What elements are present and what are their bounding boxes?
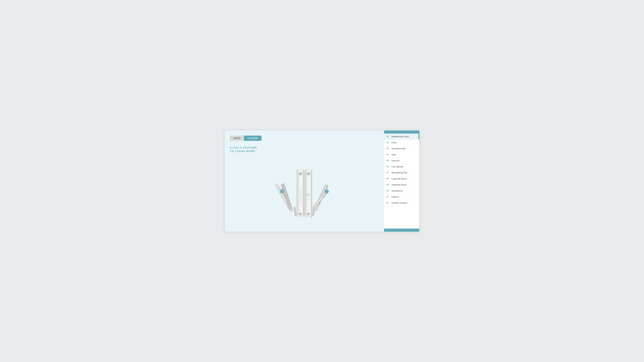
svg-point-23 xyxy=(300,173,301,175)
right-panel: 01Needlenose Pliers02Knife03Serrated Kni… xyxy=(384,131,419,232)
feature-item-12[interactable]: 12Another Feature xyxy=(384,200,419,206)
svg-text:LEATHERMAN® WAVE®: LEATHERMAN® WAVE® xyxy=(300,187,301,203)
app-container: OPEN CLOSED CLICK A FEATURE TO LEARN MOR… xyxy=(225,131,419,232)
feature-num-03: 03 xyxy=(386,147,391,150)
feature-num-08: 08 xyxy=(386,177,391,180)
feature-num-02: 02 xyxy=(386,141,391,144)
feature-item-01[interactable]: 01Needlenose Pliers xyxy=(384,134,419,140)
svg-point-35 xyxy=(308,194,310,196)
svg-point-25 xyxy=(300,213,301,215)
hotspot-left[interactable] xyxy=(280,189,284,193)
active-indicator-01 xyxy=(418,134,419,139)
svg-marker-1 xyxy=(274,183,280,190)
feature-num-05: 05 xyxy=(386,159,391,162)
multitool-container: LEATHERMAN® WAVE® xyxy=(264,156,345,227)
toggle-group: OPEN CLOSED xyxy=(230,136,379,141)
svg-rect-27 xyxy=(305,170,312,217)
feature-name-06: Can Opener xyxy=(392,165,403,168)
feature-num-12: 12 xyxy=(386,202,391,204)
feature-num-04: 04 xyxy=(386,153,391,156)
feature-num-10: 10 xyxy=(386,190,391,192)
svg-rect-33 xyxy=(294,207,297,216)
feature-name-03: Serrated Knife xyxy=(392,147,405,150)
right-top-bar xyxy=(384,131,419,134)
feature-name-11: Feature xyxy=(392,196,399,198)
feature-item-07[interactable]: 07Wood/Metal File xyxy=(384,170,419,176)
feature-name-04: Saw xyxy=(392,153,396,156)
svg-point-31 xyxy=(308,213,309,215)
feature-name-05: Scissors xyxy=(392,159,400,162)
closed-button[interactable]: CLOSED xyxy=(244,136,262,141)
feature-item-05[interactable]: 05Scissors xyxy=(384,158,419,164)
feature-num-09: 09 xyxy=(386,184,391,186)
multitool-svg: LEATHERMAN® WAVE® xyxy=(264,156,345,227)
feature-num-06: 06 xyxy=(386,165,391,168)
feature-item-04[interactable]: 04Saw xyxy=(384,152,419,158)
right-bottom-bar xyxy=(384,229,419,232)
feature-name-10: Screwdriver xyxy=(392,190,403,192)
feature-name-02: Knife xyxy=(392,141,396,144)
feature-item-06[interactable]: 06Can Opener xyxy=(384,164,419,170)
open-button[interactable]: OPEN xyxy=(230,136,244,141)
feature-item-10[interactable]: 10Screwdriver xyxy=(384,188,419,194)
left-panel: OPEN CLOSED CLICK A FEATURE TO LEARN MOR… xyxy=(225,131,384,232)
instruction-label: CLICK A FEATURE TO LEARN MORE xyxy=(230,146,379,153)
feature-item-08[interactable]: 08Large Bit Driver xyxy=(384,176,419,182)
feature-name-07: Wood/Metal File xyxy=(392,171,407,174)
svg-point-29 xyxy=(308,173,309,175)
feature-num-11: 11 xyxy=(386,196,391,198)
feature-item-02[interactable]: 02Knife xyxy=(384,140,419,146)
feature-name-12: Another Feature xyxy=(392,202,407,204)
feature-num-01: 01 xyxy=(386,135,391,138)
feature-name-01: Needlenose Pliers xyxy=(392,135,409,138)
feature-list: 01Needlenose Pliers02Knife03Serrated Kni… xyxy=(384,134,419,229)
feature-name-09: Small Bit Driver xyxy=(392,184,406,186)
feature-item-11[interactable]: 11Feature xyxy=(384,194,419,200)
feature-name-08: Large Bit Driver xyxy=(392,177,406,180)
feature-item-09[interactable]: 09Small Bit Driver xyxy=(384,182,419,188)
hotspot-right[interactable] xyxy=(325,189,329,193)
feature-item-03[interactable]: 03Serrated Knife xyxy=(384,146,419,152)
feature-num-07: 07 xyxy=(386,171,391,174)
tool-display-area: LEATHERMAN® WAVE® xyxy=(230,156,379,227)
